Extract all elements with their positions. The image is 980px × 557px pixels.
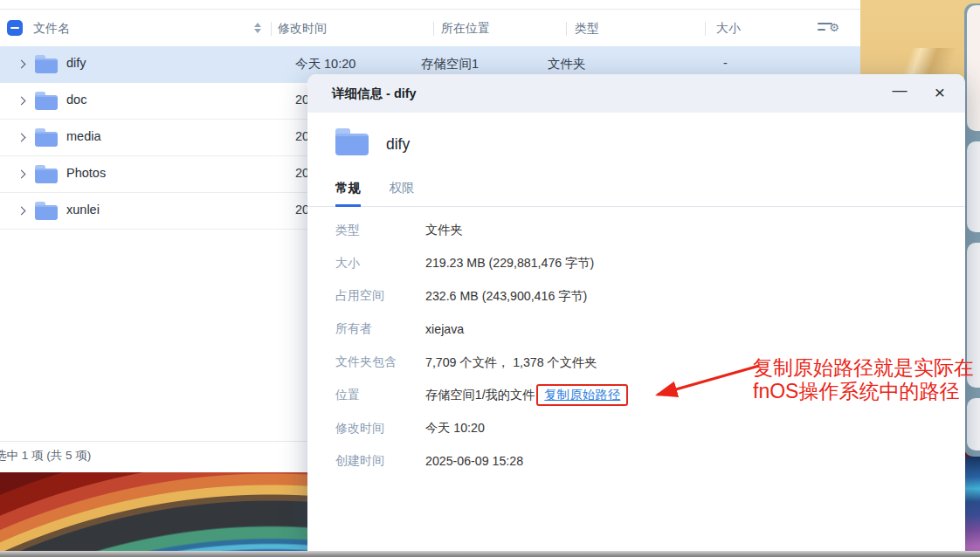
details-dialog: 详细信息 - dify — × dify 常规 权限 类型 文件夹 大小 219… [307, 74, 965, 552]
file-name: dify [66, 56, 86, 70]
field-label: 所有者 [335, 321, 425, 337]
right-card [967, 5, 980, 131]
field-value: 文件夹 [425, 222, 463, 238]
field-label: 占用空间 [335, 288, 425, 304]
column-divider [271, 22, 272, 36]
wallpaper-fold [860, 48, 980, 76]
column-header-modified[interactable]: 修改时间 [278, 21, 327, 37]
field-value: xiejava [425, 322, 464, 336]
file-type: 文件夹 [548, 56, 586, 72]
column-header-name[interactable]: 文件名 [33, 21, 70, 37]
close-icon[interactable]: × [928, 81, 951, 104]
right-card [967, 141, 980, 232]
field-value: 232.6 MB (243,900,416 字节) [425, 288, 587, 305]
field-label: 大小 [335, 256, 425, 272]
column-header-size[interactable]: 大小 [716, 21, 741, 37]
item-name: dify [386, 135, 410, 154]
annotation-arrow-icon [644, 352, 766, 404]
field-created-time: 创建时间 2025-06-09 15:28 [307, 445, 965, 478]
folder-icon [35, 202, 58, 220]
copy-original-path-link[interactable]: 复制原始路径 [544, 387, 620, 403]
annotation-line2: fnOS操作系统中的路径 [753, 380, 974, 403]
field-label: 文件夹包含 [335, 354, 425, 370]
minimize-icon[interactable]: — [888, 81, 911, 104]
right-card [967, 398, 980, 450]
tab-permissions[interactable]: 权限 [389, 172, 414, 207]
chevron-right-icon[interactable] [17, 97, 26, 106]
field-space-used: 占用空间 232.6 MB (243,900,416 字节) [307, 280, 965, 313]
chevron-right-icon[interactable] [17, 60, 26, 69]
chevron-right-icon[interactable] [17, 207, 26, 216]
column-divider [566, 22, 567, 36]
field-label: 修改时间 [335, 421, 425, 437]
chevron-right-icon[interactable] [17, 170, 26, 179]
annotation-red-box: 复制原始路径 [536, 384, 628, 406]
field-value: 今天 10:20 [425, 420, 485, 437]
file-name: Photos [66, 166, 106, 180]
field-value: 2025-06-09 15:28 [425, 454, 523, 468]
folder-icon [35, 92, 58, 110]
file-modified: 今天 10:20 [295, 56, 355, 72]
column-header-location[interactable]: 所在位置 [441, 21, 490, 37]
column-divider [433, 22, 434, 36]
detail-fields: 类型 文件夹 大小 219.23 MB (229,881,476 字节) 占用空… [307, 214, 965, 478]
folder-icon [335, 128, 369, 155]
column-divider [705, 22, 706, 36]
tab-general[interactable]: 常规 [335, 172, 361, 207]
column-header-type[interactable]: 类型 [575, 21, 599, 37]
indeterminate-minus-icon [10, 27, 19, 29]
dialog-title: 详细信息 - dify [332, 86, 417, 102]
field-label: 类型 [335, 223, 425, 238]
field-label: 创建时间 [335, 453, 425, 469]
file-location: 存储空间1 [421, 56, 479, 72]
chevron-right-icon[interactable] [17, 134, 26, 142]
file-name: xunlei [66, 203, 100, 217]
dialog-titlebar[interactable]: 详细信息 - dify — × [307, 74, 965, 113]
folder-icon [35, 165, 58, 183]
annotation-text: 复制原始路径就是实际在 fnOS操作系统中的路径 [753, 356, 974, 403]
file-size: - [723, 56, 728, 70]
taskbar-edge[interactable] [0, 551, 980, 557]
field-value: 219.23 MB (229,881,476 字节) [425, 255, 594, 272]
gear-icon: ⚙ [829, 22, 839, 33]
sort-icon[interactable] [254, 23, 261, 33]
field-value: 存储空间1/我的文件 [425, 387, 535, 403]
wallpaper-bottom-right [964, 457, 980, 551]
folder-icon [35, 128, 58, 147]
folder-icon [35, 55, 58, 73]
annotation-line1: 复制原始路径就是实际在 [753, 356, 974, 380]
column-settings-icon[interactable]: ⚙ [818, 19, 839, 38]
field-value: 7,709 个文件， 1,378 个文件夹 [425, 354, 597, 371]
field-modified-time: 修改时间 今天 10:20 [307, 412, 965, 445]
field-size: 大小 219.23 MB (229,881,476 字节) [307, 247, 965, 280]
selection-status: 选中 1 项 (共 5 项) [0, 448, 91, 464]
file-name: media [66, 129, 101, 143]
dialog-tabs: 常规 权限 [307, 172, 965, 207]
field-label: 位置 [335, 388, 425, 403]
file-name: doc [66, 93, 86, 107]
panel-top-divider [0, 9, 860, 10]
field-type: 类型 文件夹 [307, 214, 965, 247]
field-owner: 所有者 xiejava [307, 313, 965, 346]
select-all-checkbox[interactable] [7, 20, 23, 36]
